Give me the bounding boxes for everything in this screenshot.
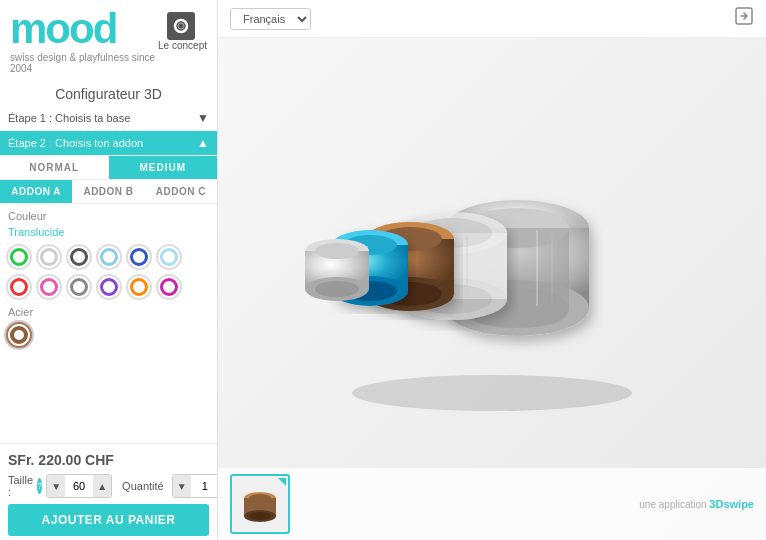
color-swatch-brown-acier[interactable] [6,322,32,348]
taille-down-btn[interactable]: ▼ [47,475,65,497]
color-swatch-pink[interactable] [36,274,62,300]
configurateur-title: Configurateur 3D [0,78,217,106]
bottom-panel: SFr. 220.00 CHF Taille : ? ▼ ▲ Quantité … [0,443,217,540]
addon-row: ADDON A ADDON B ADDON C [0,180,217,204]
color-swatch-purple[interactable] [96,274,122,300]
quantity-input[interactable] [191,478,218,494]
etape2-label: Étape 2 : Choisis ton addon [8,137,197,149]
color-swatch-dark-trans[interactable] [66,244,92,270]
taille-stepper: ▼ ▲ [46,474,112,498]
taille-info-badge[interactable]: ? [37,478,42,494]
thumbnail-preview[interactable] [230,474,290,534]
color-swatch-dark-grey[interactable] [66,274,92,300]
concept-label[interactable]: Le concept [158,40,207,51]
taille-label: Taille : [8,474,33,498]
tagline: swiss design & playfulness since 2004 [10,52,158,74]
app-credit-prefix: une application [639,499,706,510]
top-bar: Français English Deutsch [218,0,766,38]
couleur-label: Couleur [0,204,217,224]
app-credit: une application 3Dswipe [639,498,754,510]
svg-point-33 [315,243,359,259]
swipe-logo[interactable]: 3Dswipe [709,498,754,510]
language-select[interactable]: Français English Deutsch [230,8,311,30]
concept-icon [167,12,195,40]
etape1-arrow: ▼ [197,111,209,125]
bottom-bar: une application 3Dswipe [218,468,766,540]
addon-a-btn[interactable]: ADDON A [0,180,72,203]
mood-logo: mood [10,8,158,50]
taille-input[interactable] [65,478,93,494]
etape2-arrow: ▲ [197,136,209,150]
quantite-label: Quantité [122,480,164,492]
price-display: SFr. 220.00 CHF [8,452,209,468]
color-swatch-white-trans[interactable] [36,244,62,270]
svg-point-39 [249,512,271,520]
color-swatch-light-blue[interactable] [96,244,122,270]
size-medium-btn[interactable]: MEDIUM [109,156,218,179]
quantity-stepper: ▼ ▲ [172,474,218,498]
main-view [218,38,766,468]
quantity-down-btn[interactable]: ▼ [173,475,191,497]
etape1-label: Étape 1 : Choisis ta base [8,112,197,124]
svg-point-34 [315,281,359,297]
right-panel: Français English Deutsch [218,0,766,540]
size-row: NORMAL MEDIUM [0,156,217,180]
svg-point-3 [352,375,632,411]
addon-c-btn[interactable]: ADDON C [145,180,217,203]
acier-label: Acier [0,302,217,320]
taille-quantite-row: Taille : ? ▼ ▲ Quantité ▼ ▲ [8,474,209,498]
svg-point-1 [178,23,184,29]
translucide-label: Translucide [0,224,217,242]
taille-up-btn[interactable]: ▲ [93,475,111,497]
addon-b-btn[interactable]: ADDON B [72,180,144,203]
etape2-row[interactable]: Étape 2 : Choisis ton addon ▲ [0,131,217,156]
svg-point-0 [175,20,187,32]
color-swatch-red[interactable] [6,274,32,300]
thumb-corner-decoration [278,478,286,486]
share-icon[interactable] [734,6,754,31]
add-to-cart-button[interactable]: AJOUTER AU PANIER [8,504,209,536]
color-swatch-light-cyan[interactable] [156,244,182,270]
color-grid-translucide [0,242,217,302]
color-swatch-blue[interactable] [126,244,152,270]
color-swatch-magenta[interactable] [156,274,182,300]
left-panel: mood swiss design & playfulness since 20… [0,0,218,540]
color-swatch-orange[interactable] [126,274,152,300]
etape1-row[interactable]: Étape 1 : Choisis ta base ▼ [0,106,217,131]
svg-point-38 [249,494,271,502]
thumbnail-svg [238,482,282,526]
size-normal-btn[interactable]: NORMAL [0,156,109,179]
color-swatch-green[interactable] [6,244,32,270]
acier-swatches [0,320,217,350]
rings-scene [282,93,702,413]
